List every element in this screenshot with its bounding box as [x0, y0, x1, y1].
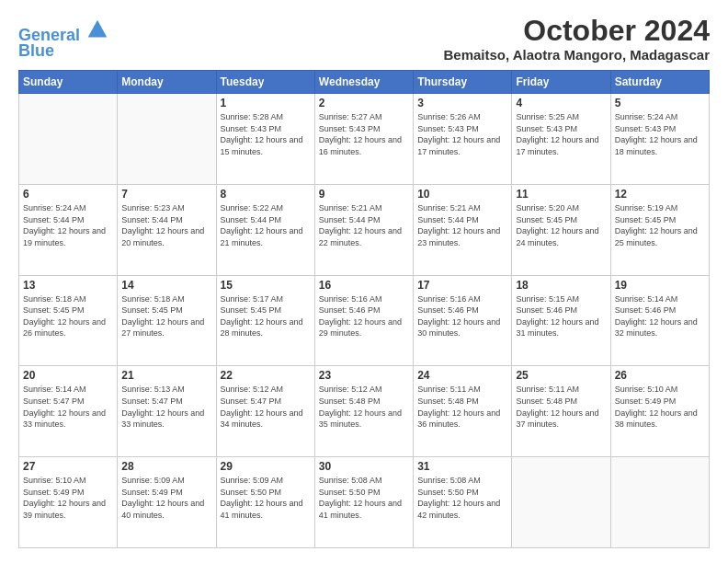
day-info: Sunrise: 5:20 AMSunset: 5:45 PMDaylight:… [516, 202, 606, 248]
logo: General Blue [18, 18, 108, 61]
week-row-1: 6Sunrise: 5:24 AMSunset: 5:44 PMDaylight… [19, 184, 710, 275]
header: General Blue October 2024 Bemaitso, Alao… [18, 15, 710, 63]
day-info: Sunrise: 5:08 AMSunset: 5:50 PMDaylight:… [417, 475, 507, 521]
calendar-cell [512, 457, 610, 548]
day-number: 1 [221, 97, 311, 109]
day-info: Sunrise: 5:11 AMSunset: 5:48 PMDaylight:… [417, 384, 507, 430]
day-number: 15 [221, 279, 311, 292]
calendar-cell: 30Sunrise: 5:08 AMSunset: 5:50 PMDayligh… [314, 457, 413, 548]
calendar-cell: 16Sunrise: 5:16 AMSunset: 5:46 PMDayligh… [314, 275, 413, 366]
calendar-cell [118, 94, 216, 185]
calendar-cell: 21Sunrise: 5:13 AMSunset: 5:47 PMDayligh… [118, 366, 216, 457]
day-number: 23 [319, 369, 409, 382]
calendar-cell: 27Sunrise: 5:10 AMSunset: 5:49 PMDayligh… [19, 457, 118, 548]
day-number: 31 [417, 460, 507, 473]
day-info: Sunrise: 5:09 AMSunset: 5:49 PMDaylight:… [121, 475, 211, 521]
day-number: 2 [319, 97, 409, 109]
calendar-cell: 5Sunrise: 5:24 AMSunset: 5:43 PMDaylight… [610, 94, 709, 185]
calendar-cell: 24Sunrise: 5:11 AMSunset: 5:48 PMDayligh… [414, 366, 512, 457]
day-number: 11 [516, 188, 606, 201]
day-number: 10 [417, 188, 507, 201]
day-number: 27 [23, 460, 113, 473]
day-info: Sunrise: 5:10 AMSunset: 5:49 PMDaylight:… [615, 384, 705, 430]
calendar-cell: 2Sunrise: 5:27 AMSunset: 5:43 PMDaylight… [314, 94, 413, 185]
day-number: 12 [615, 188, 705, 201]
logo-icon [86, 18, 108, 40]
day-info: Sunrise: 5:19 AMSunset: 5:45 PMDaylight:… [615, 202, 705, 248]
header-monday: Monday [118, 71, 216, 94]
calendar-cell: 14Sunrise: 5:18 AMSunset: 5:45 PMDayligh… [118, 275, 216, 366]
calendar-cell [610, 457, 709, 548]
day-number: 26 [615, 369, 705, 382]
weekday-header-row: Sunday Monday Tuesday Wednesday Thursday… [19, 71, 710, 94]
calendar-table: Sunday Monday Tuesday Wednesday Thursday… [18, 70, 710, 548]
day-info: Sunrise: 5:14 AMSunset: 5:46 PMDaylight:… [615, 293, 705, 339]
day-info: Sunrise: 5:21 AMSunset: 5:44 PMDaylight:… [417, 202, 507, 248]
calendar-cell: 13Sunrise: 5:18 AMSunset: 5:45 PMDayligh… [19, 275, 118, 366]
day-info: Sunrise: 5:18 AMSunset: 5:45 PMDaylight:… [121, 293, 211, 339]
calendar-subtitle: Bemaitso, Alaotra Mangoro, Madagascar [443, 47, 710, 63]
day-info: Sunrise: 5:22 AMSunset: 5:44 PMDaylight:… [221, 202, 311, 248]
day-info: Sunrise: 5:25 AMSunset: 5:43 PMDaylight:… [516, 111, 606, 157]
day-number: 14 [121, 279, 211, 292]
day-number: 21 [121, 369, 211, 382]
day-number: 30 [319, 460, 409, 473]
calendar-cell: 4Sunrise: 5:25 AMSunset: 5:43 PMDaylight… [512, 94, 610, 185]
day-info: Sunrise: 5:14 AMSunset: 5:47 PMDaylight:… [23, 384, 113, 430]
day-info: Sunrise: 5:28 AMSunset: 5:43 PMDaylight:… [221, 111, 311, 157]
calendar-cell: 19Sunrise: 5:14 AMSunset: 5:46 PMDayligh… [610, 275, 709, 366]
day-number: 29 [221, 460, 311, 473]
day-info: Sunrise: 5:21 AMSunset: 5:44 PMDaylight:… [319, 202, 409, 248]
day-number: 19 [615, 279, 705, 292]
calendar-cell: 23Sunrise: 5:12 AMSunset: 5:48 PMDayligh… [314, 366, 413, 457]
day-info: Sunrise: 5:16 AMSunset: 5:46 PMDaylight:… [417, 293, 507, 339]
calendar-cell: 6Sunrise: 5:24 AMSunset: 5:44 PMDaylight… [19, 184, 118, 275]
week-row-0: 1Sunrise: 5:28 AMSunset: 5:43 PMDaylight… [19, 94, 710, 185]
calendar-cell: 10Sunrise: 5:21 AMSunset: 5:44 PMDayligh… [414, 184, 512, 275]
header-saturday: Saturday [610, 71, 709, 94]
day-number: 24 [417, 369, 507, 382]
calendar-cell: 20Sunrise: 5:14 AMSunset: 5:47 PMDayligh… [19, 366, 118, 457]
page: General Blue October 2024 Bemaitso, Alao… [0, 0, 728, 563]
calendar-cell: 8Sunrise: 5:22 AMSunset: 5:44 PMDaylight… [216, 184, 314, 275]
day-number: 28 [121, 460, 211, 473]
header-sunday: Sunday [19, 71, 118, 94]
calendar-cell: 22Sunrise: 5:12 AMSunset: 5:47 PMDayligh… [216, 366, 314, 457]
day-info: Sunrise: 5:12 AMSunset: 5:48 PMDaylight:… [319, 384, 409, 430]
header-thursday: Thursday [414, 71, 512, 94]
header-tuesday: Tuesday [216, 71, 314, 94]
calendar-cell: 7Sunrise: 5:23 AMSunset: 5:44 PMDaylight… [118, 184, 216, 275]
day-info: Sunrise: 5:10 AMSunset: 5:49 PMDaylight:… [23, 475, 113, 521]
day-info: Sunrise: 5:18 AMSunset: 5:45 PMDaylight:… [23, 293, 113, 339]
day-info: Sunrise: 5:23 AMSunset: 5:44 PMDaylight:… [121, 202, 211, 248]
calendar-cell: 31Sunrise: 5:08 AMSunset: 5:50 PMDayligh… [414, 457, 512, 548]
day-info: Sunrise: 5:16 AMSunset: 5:46 PMDaylight:… [319, 293, 409, 339]
calendar-cell: 11Sunrise: 5:20 AMSunset: 5:45 PMDayligh… [512, 184, 610, 275]
day-number: 8 [221, 188, 311, 201]
week-row-2: 13Sunrise: 5:18 AMSunset: 5:45 PMDayligh… [19, 275, 710, 366]
day-number: 6 [23, 188, 113, 201]
day-info: Sunrise: 5:13 AMSunset: 5:47 PMDaylight:… [121, 384, 211, 430]
calendar-cell: 29Sunrise: 5:09 AMSunset: 5:50 PMDayligh… [216, 457, 314, 548]
calendar-cell [19, 94, 118, 185]
day-info: Sunrise: 5:12 AMSunset: 5:47 PMDaylight:… [221, 384, 311, 430]
day-info: Sunrise: 5:08 AMSunset: 5:50 PMDaylight:… [319, 475, 409, 521]
day-number: 3 [417, 97, 507, 109]
calendar-cell: 17Sunrise: 5:16 AMSunset: 5:46 PMDayligh… [414, 275, 512, 366]
day-number: 17 [417, 279, 507, 292]
day-info: Sunrise: 5:24 AMSunset: 5:44 PMDaylight:… [23, 202, 113, 248]
header-friday: Friday [512, 71, 610, 94]
day-info: Sunrise: 5:17 AMSunset: 5:45 PMDaylight:… [221, 293, 311, 339]
title-block: October 2024 Bemaitso, Alaotra Mangoro, … [443, 15, 710, 63]
day-number: 16 [319, 279, 409, 292]
day-number: 4 [516, 97, 606, 109]
calendar-title: October 2024 [443, 15, 710, 47]
calendar-cell: 9Sunrise: 5:21 AMSunset: 5:44 PMDaylight… [314, 184, 413, 275]
day-info: Sunrise: 5:09 AMSunset: 5:50 PMDaylight:… [221, 475, 311, 521]
day-info: Sunrise: 5:24 AMSunset: 5:43 PMDaylight:… [615, 111, 705, 157]
day-number: 20 [23, 369, 113, 382]
day-number: 25 [516, 369, 606, 382]
calendar-cell: 25Sunrise: 5:11 AMSunset: 5:48 PMDayligh… [512, 366, 610, 457]
day-number: 18 [516, 279, 606, 292]
day-number: 22 [221, 369, 311, 382]
